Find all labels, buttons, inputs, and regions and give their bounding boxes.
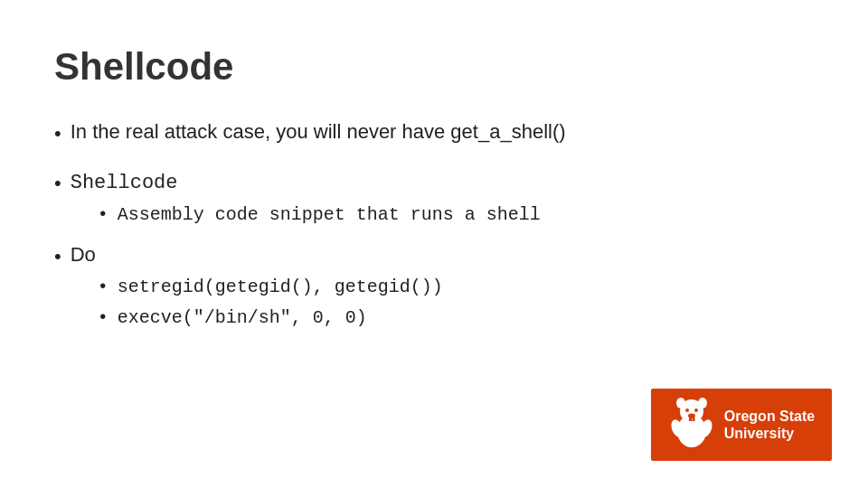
bullet-text-3: Do bbox=[71, 243, 96, 266]
osu-oregon: Oregon State bbox=[724, 408, 815, 425]
beaver-icon bbox=[668, 397, 715, 453]
bullet-item-1: • In the real attack case, you will neve… bbox=[54, 116, 814, 149]
svg-point-6 bbox=[685, 408, 689, 412]
sub-bullets-2: • Assembly code snippet that runs a shel… bbox=[98, 201, 814, 230]
bullet-dot-1: • bbox=[54, 117, 61, 149]
bullet-item-2: • Shellcode • Assembly code snippet that… bbox=[54, 165, 814, 231]
sub-bullet-text-2-1: Assembly code snippet that runs a shell bbox=[118, 201, 541, 230]
bullet-dot-2: • bbox=[54, 167, 61, 199]
svg-point-2 bbox=[698, 398, 707, 408]
osu-university: University bbox=[724, 425, 815, 442]
bullet-text-2: Shellcode bbox=[71, 172, 178, 194]
osu-logo: Oregon State University bbox=[651, 389, 832, 461]
sub-bullet-item-2-1: • Assembly code snippet that runs a shel… bbox=[98, 201, 814, 230]
osu-logo-text: Oregon State University bbox=[724, 408, 815, 442]
slide: Shellcode • In the real attack case, you… bbox=[0, 0, 868, 488]
sub-bullet-dot-3-1: • bbox=[98, 273, 108, 302]
bullet-dot-3: • bbox=[54, 240, 61, 272]
sub-bullet-dot-2-1: • bbox=[98, 201, 108, 230]
sub-bullet-dot-3-2: • bbox=[98, 304, 108, 333]
sub-bullet-item-3-2: • execve("/bin/sh", 0, 0) bbox=[98, 304, 814, 333]
bullet-text-1: In the real attack case, you will never … bbox=[71, 116, 814, 147]
bullet-item-3: • Do • setregid(getegid(), getegid()) • … bbox=[54, 239, 814, 333]
sub-bullet-item-3-1: • setregid(getegid(), getegid()) bbox=[98, 273, 814, 302]
svg-point-7 bbox=[694, 408, 698, 412]
sub-bullet-text-3-2: execve("/bin/sh", 0, 0) bbox=[118, 304, 367, 333]
svg-point-1 bbox=[676, 398, 685, 408]
svg-rect-9 bbox=[689, 418, 692, 421]
sub-bullets-3: • setregid(getegid(), getegid()) • execv… bbox=[98, 273, 814, 333]
svg-rect-10 bbox=[692, 418, 694, 421]
content-area: • In the real attack case, you will neve… bbox=[54, 116, 814, 334]
slide-title: Shellcode bbox=[54, 45, 814, 89]
svg-point-8 bbox=[688, 414, 695, 418]
sub-bullet-text-3-1: setregid(getegid(), getegid()) bbox=[118, 273, 443, 302]
